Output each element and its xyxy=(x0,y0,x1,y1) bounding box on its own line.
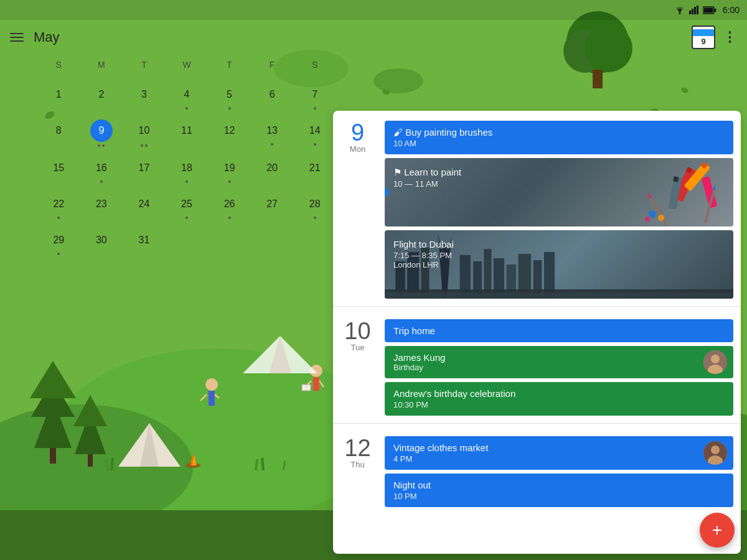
cal-cell-3[interactable]: 3 xyxy=(123,80,166,116)
svg-rect-12 xyxy=(50,448,56,464)
event-buy-brushes-time: 10 AM xyxy=(393,139,725,148)
events-list-12: Vintage clothes market 4 PM Night out 10… xyxy=(385,436,733,507)
cal-cell-9[interactable]: 9 xyxy=(80,116,123,153)
cal-num-30: 30 xyxy=(90,229,113,251)
cal-cell-21[interactable]: 21 xyxy=(293,153,336,189)
cal-num-9: 9 xyxy=(90,119,113,142)
cal-cell-17[interactable]: 17 xyxy=(123,153,166,189)
cal-num-24: 24 xyxy=(133,193,155,215)
event-trip-home-title: Trip home xyxy=(393,325,725,336)
event-andrews-birthday[interactable]: Andrew's birthday celebration 10:30 PM xyxy=(385,382,733,416)
cal-cell-31[interactable]: 31 xyxy=(123,225,166,261)
cal-dot-7 xyxy=(314,107,316,110)
wifi-icon xyxy=(674,6,685,14)
cal-cell-29[interactable]: 29 xyxy=(37,225,80,261)
cal-cell-28[interactable]: 28 xyxy=(293,189,336,225)
flight-time: 7:15 — 8:35 PM xyxy=(393,251,725,260)
menu-button[interactable] xyxy=(10,33,24,42)
cal-cell-19[interactable]: 19 xyxy=(208,153,251,189)
cal-cell-15[interactable]: 15 xyxy=(37,153,80,189)
svg-point-43 xyxy=(680,86,689,94)
event-vintage-market[interactable]: Vintage clothes market 4 PM xyxy=(385,436,733,470)
cal-num-25: 25 xyxy=(176,193,198,215)
cal-cell-23[interactable]: 23 xyxy=(80,189,123,225)
svg-rect-57 xyxy=(694,7,696,14)
today-button[interactable]: 9 xyxy=(692,26,715,49)
calendar-grid: 1234567891011121314151617181920212223242… xyxy=(37,80,336,261)
section-divider-2 xyxy=(333,423,741,424)
cal-cell-26[interactable]: 26 xyxy=(208,189,251,225)
day-name-12: Thu xyxy=(341,460,375,469)
night-out-time: 10 PM xyxy=(393,492,725,501)
svg-rect-58 xyxy=(697,6,698,14)
cal-cell-10[interactable]: 10 xyxy=(123,116,166,153)
date-label-10: 10 Tue xyxy=(341,319,375,416)
cal-cell-20[interactable]: 20 xyxy=(251,153,294,189)
cal-cell-2[interactable]: 2 xyxy=(80,80,123,116)
flight-subtitle: London LHR xyxy=(393,260,725,269)
cal-num-29: 29 xyxy=(47,229,70,251)
event-trip-home[interactable]: Trip home xyxy=(385,319,733,342)
andrews-birthday-title: Andrew's birthday celebration xyxy=(393,388,725,399)
cal-cell-4[interactable]: 4 xyxy=(166,80,209,116)
cal-num-3: 3 xyxy=(133,83,155,106)
day-number-10: 10 xyxy=(341,319,375,343)
cal-num-12: 12 xyxy=(218,119,241,142)
cal-cell-24[interactable]: 24 xyxy=(123,189,166,225)
cal-cell-13[interactable]: 13 xyxy=(251,116,294,153)
cal-day-header-T: T xyxy=(208,55,251,75)
fab-add-event[interactable]: + xyxy=(700,513,735,548)
cal-num-21: 21 xyxy=(304,157,326,179)
cal-day-header-S: S xyxy=(37,55,80,75)
event-buy-brushes[interactable]: 🖌 Buy painting brushes 10 AM xyxy=(385,121,733,154)
calendar-panel: SMTWTFS 12345678910111213141516171819202… xyxy=(37,55,336,261)
status-bar: 6:00 xyxy=(0,0,747,20)
cal-num-2: 2 xyxy=(90,83,113,106)
cal-dot-19 xyxy=(228,180,231,183)
cal-num-22: 22 xyxy=(47,193,70,215)
cal-cell-25[interactable]: 25 xyxy=(166,189,209,225)
event-james-kung[interactable]: James Kung Birthday xyxy=(385,346,733,378)
cal-num-20: 20 xyxy=(261,157,283,179)
svg-rect-67 xyxy=(673,176,679,182)
cal-dot-22 xyxy=(57,217,60,219)
cal-num-26: 26 xyxy=(218,193,241,215)
cal-day-header-S: S xyxy=(293,55,336,75)
cal-cell-18[interactable]: 18 xyxy=(166,153,209,189)
cal-cell-5[interactable]: 5 xyxy=(208,80,251,116)
month-title: May xyxy=(34,29,692,45)
cal-cell-6[interactable]: 6 xyxy=(251,80,294,116)
cal-dot-28 xyxy=(314,217,316,219)
time-display: 6:00 xyxy=(723,5,740,15)
event-learn-paint[interactable]: ⚑ Learn to paint 10 — 11 AM xyxy=(385,158,733,226)
day-name-10: Tue xyxy=(341,343,375,352)
events-panel[interactable]: 9 Mon 🖌 Buy painting brushes 10 AM xyxy=(333,111,741,554)
cal-cell-7[interactable]: 7 xyxy=(293,80,336,116)
svg-point-32 xyxy=(205,378,218,391)
svg-point-95 xyxy=(711,446,720,454)
svg-rect-39 xyxy=(593,70,603,88)
more-button[interactable]: ⋮ xyxy=(723,29,737,45)
cal-cell-14[interactable]: 14 xyxy=(293,116,336,153)
cal-cell-27[interactable]: 27 xyxy=(251,189,294,225)
cal-num-11: 11 xyxy=(176,119,198,142)
cal-cell-empty-4 xyxy=(208,225,251,261)
cal-cell-11[interactable]: 11 xyxy=(166,116,209,153)
cal-cell-1[interactable]: 1 xyxy=(37,80,80,116)
battery-icon xyxy=(703,6,716,14)
svg-point-54 xyxy=(679,12,680,14)
cal-num-31: 31 xyxy=(133,229,155,251)
cal-cell-12[interactable]: 12 xyxy=(208,116,251,153)
date-label-12: 12 Thu xyxy=(341,436,375,507)
events-list-10: Trip home James Kung Birthday xyxy=(385,319,733,416)
event-night-out[interactable]: Night out 10 PM xyxy=(385,474,733,507)
cal-cell-8[interactable]: 8 xyxy=(37,116,80,153)
day-section-10: 10 Tue Trip home James Kung Birthday xyxy=(333,309,741,421)
cal-cell-22[interactable]: 22 xyxy=(37,189,80,225)
cal-day-header-W: W xyxy=(166,55,209,75)
cal-cell-30[interactable]: 30 xyxy=(80,225,123,261)
cal-num-6: 6 xyxy=(261,83,283,106)
event-flight-dubai[interactable]: Flight to Dubai 7:15 — 8:35 PM London LH… xyxy=(385,230,733,299)
event-buy-brushes-title: 🖌 Buy painting brushes xyxy=(393,127,725,138)
cal-cell-16[interactable]: 16 xyxy=(80,153,123,189)
